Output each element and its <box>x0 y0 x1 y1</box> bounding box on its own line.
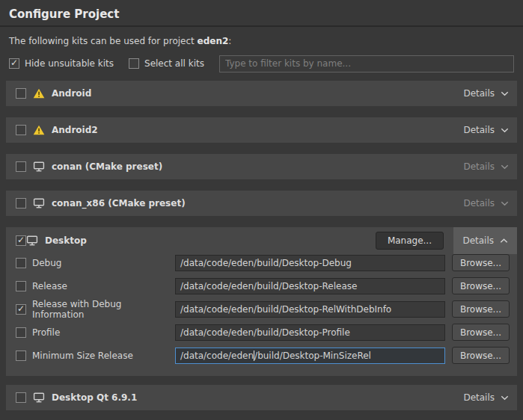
kit-row-conan-x86: ✓ conan_x86 (CMake preset) Details <box>6 191 517 216</box>
manage-button[interactable]: Manage... <box>376 232 444 250</box>
details-button-disabled: Details <box>463 198 509 209</box>
kit-panel-desktop: ✓ Desktop Manage... Details ✓ Debug /dat… <box>6 227 517 376</box>
chevron-down-icon <box>495 201 509 206</box>
build-dir-input-focused[interactable]: /data/code/eden/build/Desktop-MinSizeRel <box>175 348 445 364</box>
config-checkbox[interactable]: ✓ <box>16 304 26 315</box>
chevron-up-icon <box>494 238 508 244</box>
desktop-icon <box>26 235 38 246</box>
config-checkbox[interactable]: ✓ <box>16 258 26 268</box>
chevron-down-icon <box>495 164 509 170</box>
browse-button[interactable]: Browse... <box>452 277 510 294</box>
warning-icon <box>33 125 45 135</box>
browse-button[interactable]: Browse... <box>452 324 510 341</box>
config-label: Minimum Size Release <box>32 350 133 361</box>
kit-row-conan: ✓ conan (CMake preset) Details <box>6 154 517 179</box>
browse-button[interactable]: Browse... <box>452 300 510 318</box>
kit-checkbox[interactable]: ✓ <box>16 88 26 99</box>
build-config-row-release: ✓ Release /data/code/eden/build/Desktop-… <box>16 277 510 294</box>
build-config-row-profile: ✓ Profile /data/code/eden/build/Desktop-… <box>16 324 510 341</box>
select-all-checkbox[interactable]: ✓ <box>129 58 139 69</box>
kit-checkbox[interactable]: ✓ <box>16 125 26 135</box>
select-all-kits-option[interactable]: ✓ Select all kits <box>129 58 204 69</box>
kit-checkbox[interactable]: ✓ <box>16 392 26 403</box>
kit-filter-bar: ✓ Hide unsuitable kits ✓ Select all kits <box>9 55 514 72</box>
details-button[interactable]: Details <box>463 392 509 403</box>
build-dir-input[interactable]: /data/code/eden/build/Desktop-Profile <box>175 324 445 341</box>
kit-filter-input[interactable] <box>219 55 514 72</box>
desktop-icon <box>33 161 45 172</box>
intro-suffix: : <box>228 36 231 46</box>
intro-prefix: The following kits can be used for proje… <box>9 36 198 46</box>
kit-name: Android2 <box>52 125 98 135</box>
kit-row-desktop-qt: ✓ Desktop Qt 6.9.1 Details <box>6 385 517 410</box>
hide-unsuitable-label: Hide unsuitable kits <box>25 58 114 69</box>
details-button-expanded[interactable]: Details <box>453 227 517 254</box>
config-checkbox[interactable]: ✓ <box>16 350 26 361</box>
check-icon: ✓ <box>10 58 18 67</box>
page-title: Configure Project <box>9 7 514 21</box>
kit-row-android: ✓ Android Details <box>6 81 517 106</box>
intro-text: The following kits can be used for proje… <box>9 36 514 46</box>
project-name: eden2 <box>198 36 229 46</box>
hide-unsuitable-kits-option[interactable]: ✓ Hide unsuitable kits <box>9 58 114 69</box>
browse-button[interactable]: Browse... <box>452 254 510 271</box>
config-label: Profile <box>32 327 60 338</box>
kit-name: Desktop Qt 6.9.1 <box>52 392 137 403</box>
build-dir-input[interactable]: /data/code/eden/build/Desktop-Debug <box>175 255 445 271</box>
kit-name: conan (CMake preset) <box>52 161 162 172</box>
kit-row-android2: ✓ Android2 Details <box>6 117 517 143</box>
build-config-row-minsizerel: ✓ Minimum Size Release /data/code/eden/b… <box>16 347 510 364</box>
chevron-down-icon <box>495 91 509 96</box>
kit-name: Android <box>52 88 91 99</box>
kit-list: ✓ Android Details ✓ Android2 Details ✓ <box>0 81 523 420</box>
warning-icon <box>33 88 45 99</box>
chevron-down-icon <box>495 395 509 401</box>
config-label: Release <box>32 281 67 291</box>
kit-checkbox[interactable]: ✓ <box>16 235 26 246</box>
desktop-icon <box>33 198 45 209</box>
details-button[interactable]: Details <box>463 125 509 135</box>
build-config-row-debug: ✓ Debug /data/code/eden/build/Desktop-De… <box>16 254 510 271</box>
kit-checkbox[interactable]: ✓ <box>16 161 26 172</box>
kit-name: Desktop <box>45 235 87 246</box>
select-all-label: Select all kits <box>144 58 204 69</box>
build-dir-input[interactable]: /data/code/eden/build/Desktop-RelWithDeb… <box>175 301 445 318</box>
config-label: Debug <box>32 258 61 268</box>
dialog-header: Configure Project <box>0 0 523 27</box>
config-label: Release with Debug Information <box>32 299 175 320</box>
details-button[interactable]: Details <box>463 88 509 99</box>
kit-name: conan_x86 (CMake preset) <box>52 198 186 209</box>
build-config-row-relwithdebinfo: ✓ Release with Debug Information /data/c… <box>16 300 510 318</box>
config-checkbox[interactable]: ✓ <box>16 327 26 338</box>
kit-row-desktop: ✓ Desktop Manage... Details <box>6 227 517 254</box>
desktop-icon <box>33 392 45 403</box>
details-button-disabled: Details <box>463 161 509 172</box>
browse-button[interactable]: Browse... <box>452 347 510 364</box>
hide-unsuitable-checkbox[interactable]: ✓ <box>9 58 19 69</box>
chevron-down-icon <box>495 128 509 133</box>
config-checkbox[interactable]: ✓ <box>16 281 26 291</box>
build-dir-input[interactable]: /data/code/eden/build/Desktop-Release <box>175 278 445 294</box>
kit-checkbox[interactable]: ✓ <box>16 198 26 209</box>
